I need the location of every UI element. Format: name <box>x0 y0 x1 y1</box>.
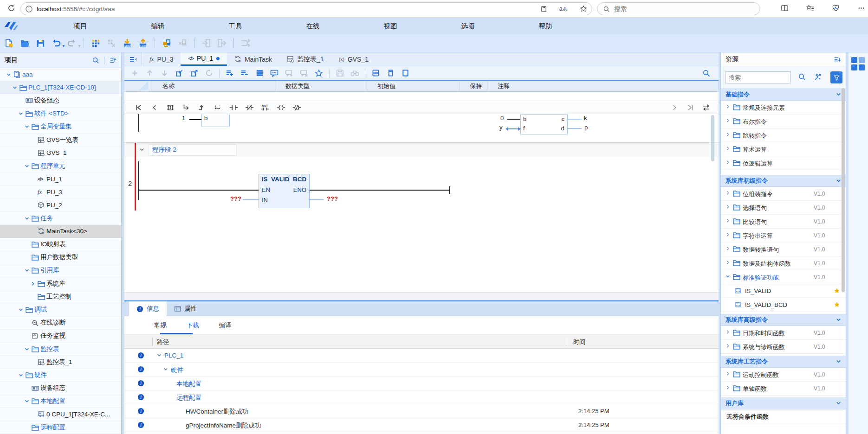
grid-column-header[interactable]: 保持 <box>460 81 487 91</box>
chevron-right-icon[interactable] <box>725 260 730 265</box>
chevron-right-icon[interactable] <box>725 204 730 209</box>
lad-branch-button[interactable] <box>178 102 194 113</box>
resource-section-header[interactable]: 系统库工艺指令 <box>721 356 846 368</box>
chevron-right-icon[interactable] <box>725 246 730 251</box>
lad-prev-button[interactable] <box>147 102 162 113</box>
tree-item[interactable]: 远程配置 <box>0 421 121 434</box>
resource-function-item[interactable]: IS_VALID_BCD <box>721 298 846 312</box>
row-add-button[interactable] <box>224 68 236 79</box>
resource-folder-item[interactable]: 字符串运算V1.0 <box>721 229 846 243</box>
resource-section-header[interactable]: 用户库 <box>721 397 846 409</box>
lad-outn-button[interactable] <box>289 102 304 113</box>
tree-sort-icon[interactable] <box>109 57 117 64</box>
resource-folder-item[interactable]: 跳转指令 <box>721 128 846 142</box>
star-button[interactable] <box>313 68 325 79</box>
panel-v-button[interactable] <box>384 68 396 79</box>
resource-folder-item[interactable]: 位组装指令V1.0 <box>721 187 846 201</box>
undo-button[interactable]: ▼ <box>50 37 62 50</box>
contact-value[interactable]: 1 <box>182 115 185 122</box>
sync-button[interactable] <box>203 68 215 79</box>
editor-tab-PU_1[interactable]: </>PU_1 <box>181 52 227 66</box>
tree-item[interactable]: 工艺控制 <box>0 290 121 303</box>
resource-folder-item[interactable]: 比较语句V1.0 <box>721 215 846 229</box>
tree-item[interactable]: 0 CPU_1[T324-XE-C... <box>0 408 121 421</box>
binoculars-button[interactable] <box>349 68 361 79</box>
tree-item[interactable]: 全局变量集 <box>0 121 121 134</box>
chevron-right-icon[interactable] <box>725 218 730 223</box>
editor-tab-监控表_1[interactable]: 监控表_1 <box>279 52 331 66</box>
save-button[interactable] <box>34 37 46 50</box>
logout-button[interactable] <box>216 37 228 50</box>
grid-column-header[interactable]: 名称 <box>152 81 275 91</box>
chevron-down-icon[interactable] <box>25 164 32 168</box>
comment-x-button[interactable] <box>298 68 310 79</box>
log-row[interactable]: i硬件 <box>124 363 719 377</box>
chevron-right-icon[interactable] <box>725 132 730 137</box>
crossref-button[interactable] <box>240 37 252 50</box>
menu-item[interactable]: 视图 <box>371 22 409 31</box>
connect-button[interactable] <box>161 37 173 50</box>
menu-item[interactable]: 编辑 <box>139 22 177 31</box>
menu-item[interactable]: 工具 <box>216 22 254 31</box>
resource-search-input[interactable] <box>725 71 790 83</box>
chevron-down-icon[interactable] <box>19 373 26 377</box>
chevron-down-icon[interactable] <box>25 216 32 221</box>
browser-essentials-icon[interactable] <box>832 4 840 12</box>
download-plc-button[interactable]: 1100 <box>121 37 133 50</box>
chevron-down-icon[interactable] <box>6 72 13 77</box>
disconnect-button[interactable] <box>176 37 188 50</box>
open-folder-button[interactable] <box>19 37 31 50</box>
address-bar[interactable]: localhost:5556/#c:/cdgd/aaa aあ <box>20 2 592 15</box>
chevron-right-icon[interactable] <box>725 330 730 334</box>
tree-item[interactable]: 硬件 <box>0 369 121 382</box>
menu-item[interactable]: 项目 <box>61 22 99 31</box>
tree-item[interactable]: 引用库 <box>0 264 121 277</box>
resource-filter-button[interactable] <box>830 71 842 83</box>
browser-search-box[interactable] <box>597 2 760 15</box>
block1-input1-value[interactable]: 0 <box>500 115 504 122</box>
resource-section-header[interactable]: 系统库高级指令 <box>721 314 846 326</box>
editor-tab-PU_3[interactable]: fxPU_3 <box>142 52 181 66</box>
tree-search-icon[interactable] <box>92 57 99 64</box>
tree-item[interactable]: PU_2 <box>0 199 121 212</box>
resource-folder-item[interactable]: 位逻辑运算 <box>721 156 846 170</box>
favorite-star-icon[interactable] <box>580 5 587 13</box>
tree-item[interactable]: aaa <box>0 68 121 81</box>
lad-out-button[interactable] <box>273 102 289 113</box>
tree-item[interactable]: 在线诊断 <box>0 317 121 330</box>
editor-tab-MainTask[interactable]: MainTask <box>227 52 279 66</box>
chevron-down-icon[interactable] <box>139 147 144 152</box>
layout-grid-icon[interactable] <box>851 57 865 71</box>
is-valid-bcd-block[interactable]: IS_VALID_BCD EN ENO IN <box>259 174 310 208</box>
tree-item[interactable]: fxPU_3 <box>0 186 121 199</box>
lad-not-button[interactable]: NOT <box>257 102 273 113</box>
comment-button[interactable] <box>268 68 280 79</box>
lad-nc-button[interactable] <box>241 102 257 113</box>
chevron-down-icon[interactable] <box>19 307 26 312</box>
log-row[interactable]: i本地配置 <box>124 377 719 390</box>
network-2-header[interactable]: 程序段 2 <box>124 142 719 157</box>
resource-folder-item[interactable]: 选择语句V1.0 <box>721 201 846 215</box>
chevron-right-icon[interactable] <box>725 191 730 195</box>
favorite-star-icon[interactable] <box>834 301 840 308</box>
tree-item[interactable]: GVS_1 <box>0 147 121 160</box>
input-operand-missing[interactable]: ??? <box>230 195 241 202</box>
menu-item[interactable]: 在线 <box>294 22 332 31</box>
split-screen-icon[interactable] <box>781 4 789 12</box>
block1-output2-value[interactable]: p <box>584 124 588 131</box>
lad-no-button[interactable] <box>226 102 241 113</box>
tree-item[interactable]: IO映射表 <box>0 238 121 251</box>
split-h-button[interactable] <box>369 68 382 79</box>
chevron-down-icon[interactable] <box>25 347 32 351</box>
rebuild-button[interactable] <box>105 37 117 50</box>
log-row[interactable]: igProjectInfoName删除成功2:14:25 PM <box>124 418 719 432</box>
tree-item[interactable]: </>PU_1 <box>0 173 121 186</box>
resource-folder-item[interactable]: 算术运算 <box>721 142 846 156</box>
chevron-right-icon[interactable] <box>725 160 730 165</box>
favorites-icon[interactable] <box>806 4 814 12</box>
tree-item[interactable]: PLC_1[T324-XE-CD-10] <box>0 81 121 94</box>
panel-tab-属性[interactable]: 属性 <box>167 301 204 316</box>
chevron-right-icon[interactable] <box>725 146 730 151</box>
row-del-button[interactable] <box>239 68 251 79</box>
grid-column-header[interactable]: 注释 <box>487 81 719 91</box>
